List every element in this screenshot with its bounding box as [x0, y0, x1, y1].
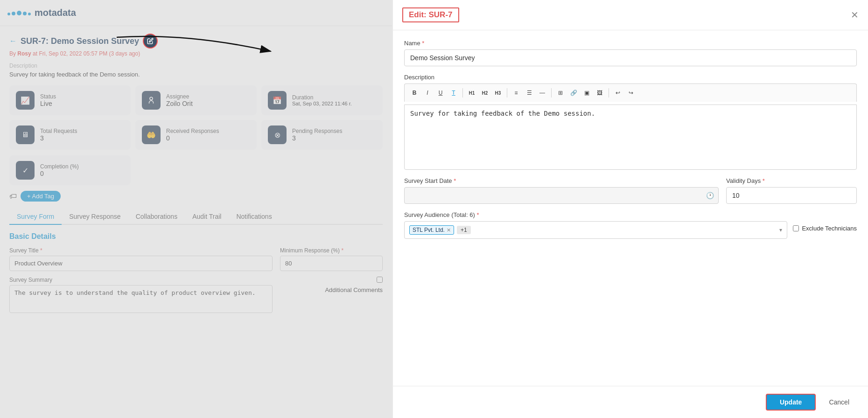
description-section-label: Description [9, 63, 383, 69]
validity-input[interactable] [726, 187, 857, 204]
logo-dot-1 [7, 13, 10, 15]
stat-label-duration: Duration [292, 94, 352, 101]
stat-icon-total-requests: 🖥 [16, 125, 35, 144]
rte-h3[interactable]: H3 [492, 87, 504, 99]
stat-icon-duration: 📅 [268, 91, 287, 110]
stat-label-total-requests: Total Requests [40, 128, 77, 134]
tab-collaborations[interactable]: Collaborations [128, 209, 185, 225]
tag-icon: 🏷 [9, 192, 17, 201]
audience-tag-stl: STL Pvt. Ltd. ✕ [409, 225, 454, 235]
edit-modal: Edit: SUR-7 ✕ Name * Description B I U T… [392, 0, 868, 418]
rte-media[interactable]: ▣ [581, 87, 593, 99]
rte-hr[interactable]: — [536, 87, 548, 99]
logo-dot-3 [17, 11, 21, 15]
additional-comments-checkbox[interactable] [377, 277, 383, 283]
audience-plus-badge: +1 [457, 226, 471, 234]
logo-dot-5 [28, 13, 31, 15]
rte-ol[interactable]: ☰ [523, 87, 535, 99]
add-tag-button[interactable]: + Add Tag [21, 191, 61, 202]
two-col-dates: Survey Start Date * 🕐 Validity Days * [404, 177, 857, 204]
rte-sep-3 [551, 88, 552, 98]
survey-summary-label: Survey Summary [9, 277, 273, 283]
form-group-summary: Survey Summary The survey is to understa… [9, 277, 273, 313]
modal-close-button[interactable]: ✕ [851, 10, 859, 20]
form-group-survey-title: Survey Title * [9, 247, 273, 271]
rte-image[interactable]: 🖼 [594, 87, 606, 99]
cancel-button[interactable]: Cancel [821, 394, 857, 411]
tab-survey-form[interactable]: Survey Form [9, 209, 62, 225]
subtitle-by: By [9, 50, 16, 57]
stat-info-pending: Pending Responses 3 [292, 128, 342, 142]
tab-audit-trail[interactable]: Audit Trail [185, 209, 229, 225]
validity-label: Validity Days * [726, 177, 857, 184]
rte-table[interactable]: ⊞ [554, 87, 567, 99]
audience-selector[interactable]: STL Pvt. Ltd. ✕ +1 ▾ [404, 221, 787, 239]
clock-icon: 🕐 [706, 192, 714, 199]
field-group-validity: Validity Days * [726, 177, 857, 204]
rte-sep-1 [462, 88, 463, 98]
modal-header: Edit: SUR-7 ✕ [393, 0, 868, 30]
stat-info-duration: Duration Sat, Sep 03, 2022 11:46 r. [292, 94, 352, 106]
audience-tag-label: STL Pvt. Ltd. [413, 227, 445, 233]
rte-italic[interactable]: I [421, 87, 434, 99]
stat-card-status: 📈 Status Live [9, 85, 131, 115]
name-field-label: Name * [404, 40, 857, 47]
min-response-input[interactable] [280, 256, 383, 271]
tab-survey-response[interactable]: Survey Response [62, 209, 128, 225]
rte-sep-2 [507, 88, 507, 98]
description-textarea[interactable]: Survey for taking feedback of the Demo s… [404, 104, 857, 170]
rte-toolbar: B I U T H1 H2 H3 ≡ ☰ — ⊞ 🔗 ▣ 🖼 ↩ ↪ [404, 84, 857, 102]
audience-dropdown-arrow[interactable]: ▾ [779, 227, 782, 233]
name-field-input[interactable] [404, 49, 857, 66]
min-response-label: Minimum Response (%) * [280, 247, 383, 254]
exclude-technicians-checkbox[interactable] [793, 225, 799, 231]
additional-comments-label[interactable]: Additional Comments [325, 286, 383, 293]
logo: motadata [7, 7, 76, 18]
breadcrumb-row: ← SUR-7: Demo Session Survey [9, 34, 383, 49]
rte-link[interactable]: 🔗 [567, 87, 580, 99]
exclude-technicians-label[interactable]: Exclude Technicians [802, 225, 857, 232]
field-group-start-date: Survey Start Date * 🕐 [404, 177, 719, 204]
stat-label-received: Received Responses [166, 128, 219, 134]
survey-summary-textarea[interactable]: The survey is to understand the quality … [9, 285, 273, 313]
stat-card-completion: ✓ Completion (%) 0 [9, 155, 131, 185]
tag-row: 🏷 + Add Tag [9, 191, 383, 202]
stat-info-assignee: Assignee Zoilo Orit [166, 93, 193, 107]
page-content: ← SUR-7: Demo Session Survey By Rosy at … [0, 26, 392, 418]
stat-value-status: Live [40, 100, 56, 107]
completion-row: ✓ Completion (%) 0 [9, 155, 383, 185]
rte-h1[interactable]: H1 [466, 87, 478, 99]
exclude-technicians-row: Exclude Technicians [793, 221, 857, 232]
rte-text-color[interactable]: T [448, 87, 460, 99]
logo-dot-2 [12, 12, 15, 15]
start-date-input[interactable] [404, 187, 719, 204]
rte-sep-4 [609, 88, 609, 98]
update-button[interactable]: Update [766, 394, 816, 411]
rte-undo[interactable]: ↩ [612, 87, 624, 99]
stat-icon-pending: ⊗ [268, 125, 287, 144]
stat-value-total-requests: 3 [40, 134, 77, 142]
description-section-text: Survey for taking feedback of the Demo s… [9, 71, 383, 78]
stat-card-assignee: Assignee Zoilo Orit [135, 85, 257, 115]
survey-title-input[interactable] [9, 256, 273, 271]
edit-icon-button[interactable] [143, 34, 158, 49]
stat-card-received: 🤲 Received Responses 0 [135, 120, 257, 150]
start-date-label: Survey Start Date * [404, 177, 719, 184]
rte-ul[interactable]: ≡ [510, 87, 522, 99]
tab-notifications[interactable]: Notifications [229, 209, 279, 225]
stat-icon-status: 📈 [16, 91, 35, 110]
basic-details-title: Basic Details [9, 232, 383, 241]
date-input-wrap: 🕐 [404, 187, 719, 204]
rte-bold[interactable]: B [408, 87, 420, 99]
audience-tag-remove[interactable]: ✕ [447, 227, 451, 233]
form-row-title: Survey Title * Minimum Response (%) * [9, 247, 383, 271]
form-group-additional: Additional Comments [280, 277, 383, 313]
field-group-audience: Survey Audience (Total: 6) * STL Pvt. Lt… [404, 211, 857, 239]
stat-info-total-requests: Total Requests 3 [40, 128, 77, 142]
rte-redo[interactable]: ↪ [625, 87, 637, 99]
stat-label-completion: Completion (%) [40, 163, 79, 170]
back-arrow[interactable]: ← [9, 37, 17, 45]
rte-underline[interactable]: U [434, 87, 447, 99]
stat-label-status: Status [40, 93, 56, 100]
rte-h2[interactable]: H2 [479, 87, 491, 99]
